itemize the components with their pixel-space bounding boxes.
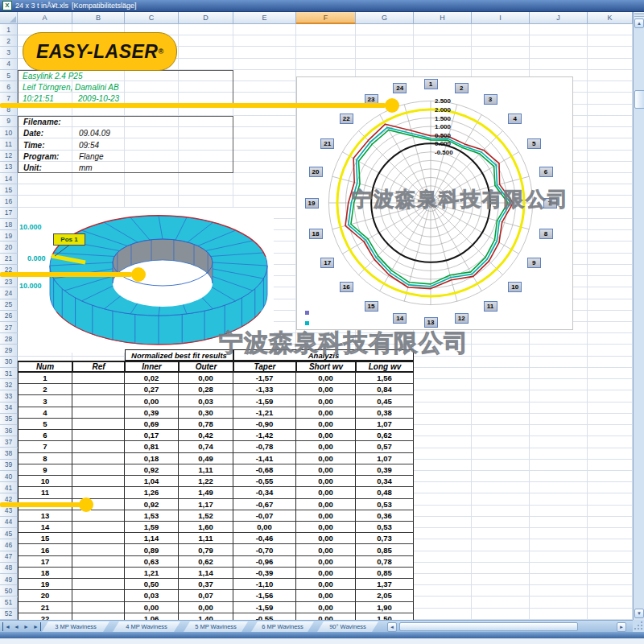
table-cell[interactable]: -1,56 bbox=[233, 590, 296, 601]
table-cell[interactable]: 0,00 bbox=[296, 522, 356, 533]
table-cell[interactable]: 0,30 bbox=[179, 407, 233, 419]
row-header-19[interactable]: 19 bbox=[0, 230, 18, 242]
table-cell[interactable] bbox=[72, 430, 125, 441]
hscroll-right-icon[interactable]: ► bbox=[617, 622, 626, 632]
table-cell[interactable]: -0,68 bbox=[233, 464, 296, 476]
row-header-33[interactable]: 33 bbox=[0, 390, 18, 402]
row-header-1[interactable]: 1 bbox=[0, 24, 18, 35]
table-cell[interactable]: 0,78 bbox=[356, 556, 414, 568]
table-cell[interactable]: -0,46 bbox=[233, 533, 296, 544]
table-cell[interactable]: 1,17 bbox=[179, 499, 233, 510]
table-cell[interactable]: 0,85 bbox=[356, 544, 414, 555]
table-cell[interactable]: -1,42 bbox=[233, 430, 296, 441]
table-cell[interactable] bbox=[72, 510, 125, 522]
table-cell[interactable]: 1,90 bbox=[356, 602, 414, 613]
table-cell[interactable]: 10 bbox=[18, 476, 72, 487]
meta-box[interactable]: Filename:Date:09.04.09Time:09:54Program:… bbox=[18, 116, 233, 173]
row-header-40[interactable]: 40 bbox=[0, 471, 18, 482]
table-cell[interactable]: 0,78 bbox=[179, 419, 233, 430]
table-cell[interactable]: 22 bbox=[18, 613, 72, 620]
table-cell[interactable]: 4 bbox=[18, 407, 72, 419]
table-cell[interactable]: 15 bbox=[18, 533, 72, 544]
column-header-K[interactable]: K bbox=[588, 12, 633, 24]
table-cell[interactable] bbox=[72, 395, 125, 407]
hscroll-left-icon[interactable]: ◄ bbox=[387, 622, 397, 632]
row-header-30[interactable]: 30 bbox=[0, 357, 18, 368]
table-cell[interactable]: 1,59 bbox=[125, 522, 179, 533]
table-cell[interactable] bbox=[72, 476, 125, 487]
table-cell[interactable]: 0,92 bbox=[125, 464, 179, 476]
table-cell[interactable]: 0,49 bbox=[179, 453, 233, 464]
table-cell[interactable]: 8 bbox=[18, 453, 72, 464]
table-cell[interactable]: 0,00 bbox=[296, 430, 356, 441]
row-header-52[interactable]: 52 bbox=[0, 609, 18, 620]
table-cell[interactable]: 13 bbox=[18, 510, 72, 522]
table-cell[interactable] bbox=[72, 590, 125, 601]
row-header-34[interactable]: 34 bbox=[0, 402, 18, 414]
row-header-4[interactable]: 4 bbox=[0, 59, 18, 70]
table-cell[interactable]: 1,07 bbox=[356, 419, 414, 430]
table-cell[interactable]: 0,00 bbox=[125, 395, 179, 407]
table-cell[interactable]: 1 bbox=[18, 373, 72, 384]
split-handle[interactable] bbox=[634, 12, 644, 18]
meta-value[interactable]: mm bbox=[79, 163, 93, 172]
table-cell[interactable]: -1,33 bbox=[233, 384, 296, 395]
row-header-51[interactable]: 51 bbox=[0, 597, 18, 609]
row-header-9[interactable]: 9 bbox=[0, 116, 18, 127]
table-cell[interactable]: 0,27 bbox=[125, 384, 179, 395]
row-header-23[interactable]: 23 bbox=[0, 276, 18, 287]
table-cell[interactable]: 0,79 bbox=[179, 544, 233, 555]
table-cell[interactable]: 0,00 bbox=[233, 522, 296, 533]
table-cell[interactable]: 0,03 bbox=[125, 590, 179, 601]
table-cell[interactable]: 18 bbox=[18, 568, 72, 579]
prev-sheet-icon[interactable]: ◄ bbox=[12, 622, 21, 631]
column-header-I[interactable]: I bbox=[472, 12, 530, 24]
row-header-48[interactable]: 48 bbox=[0, 563, 18, 574]
column-header-G[interactable]: G bbox=[356, 12, 414, 24]
table-cell[interactable]: 0,39 bbox=[125, 407, 179, 419]
table-cell[interactable]: 0,02 bbox=[125, 373, 179, 384]
table-cell[interactable]: 21 bbox=[18, 602, 72, 613]
table-cell[interactable] bbox=[72, 544, 125, 555]
table-cell[interactable]: 0,00 bbox=[296, 556, 356, 568]
table-cell[interactable]: 0,53 bbox=[356, 499, 414, 510]
table-cell[interactable] bbox=[72, 487, 125, 498]
table-cell[interactable]: 0,39 bbox=[356, 464, 414, 476]
table-cell[interactable]: 1,06 bbox=[125, 613, 179, 620]
column-header-B[interactable]: B bbox=[72, 12, 125, 24]
table-cell[interactable]: -1,41 bbox=[233, 453, 296, 464]
row-header-11[interactable]: 11 bbox=[0, 138, 18, 150]
column-header-A[interactable]: A bbox=[18, 12, 72, 24]
table-cell[interactable]: 0,42 bbox=[179, 430, 233, 441]
table-cell[interactable]: 6 bbox=[18, 430, 72, 441]
table-cell[interactable]: 0,00 bbox=[296, 533, 356, 544]
row-header-13[interactable]: 13 bbox=[0, 162, 18, 173]
table-cell[interactable]: 1,56 bbox=[356, 373, 414, 384]
table-cell[interactable]: 0,00 bbox=[296, 499, 356, 510]
table-cell[interactable]: 0,36 bbox=[356, 510, 414, 522]
table-cell[interactable]: 0,00 bbox=[296, 395, 356, 407]
scroll-down-icon[interactable]: ▼ bbox=[634, 609, 644, 618]
table-cell[interactable] bbox=[72, 373, 125, 384]
row-header-46[interactable]: 46 bbox=[0, 539, 18, 551]
table-cell[interactable]: 0,69 bbox=[125, 419, 179, 430]
table-cell[interactable]: 0,00 bbox=[296, 384, 356, 395]
row-header-44[interactable]: 44 bbox=[0, 517, 18, 528]
table-cell[interactable] bbox=[72, 613, 125, 620]
table-cell[interactable]: 0,73 bbox=[356, 533, 414, 544]
table-cell[interactable]: -0,70 bbox=[233, 544, 296, 555]
row-header-3[interactable]: 3 bbox=[0, 47, 18, 58]
table-cell[interactable]: 3 bbox=[18, 395, 72, 407]
row-header-16[interactable]: 16 bbox=[0, 196, 18, 207]
row-header-32[interactable]: 32 bbox=[0, 379, 18, 390]
row-header-50[interactable]: 50 bbox=[0, 585, 18, 597]
table-cell[interactable]: 0,00 bbox=[296, 602, 356, 613]
row-header-10[interactable]: 10 bbox=[0, 127, 18, 138]
column-header-F[interactable]: F bbox=[296, 12, 356, 24]
table-cell[interactable]: 0,74 bbox=[179, 441, 233, 452]
row-header-25[interactable]: 25 bbox=[0, 299, 18, 311]
row-header-14[interactable]: 14 bbox=[0, 173, 18, 184]
table-cell[interactable]: 0,37 bbox=[179, 579, 233, 590]
table-cell[interactable]: 2,05 bbox=[356, 590, 414, 601]
row-header-45[interactable]: 45 bbox=[0, 528, 18, 539]
